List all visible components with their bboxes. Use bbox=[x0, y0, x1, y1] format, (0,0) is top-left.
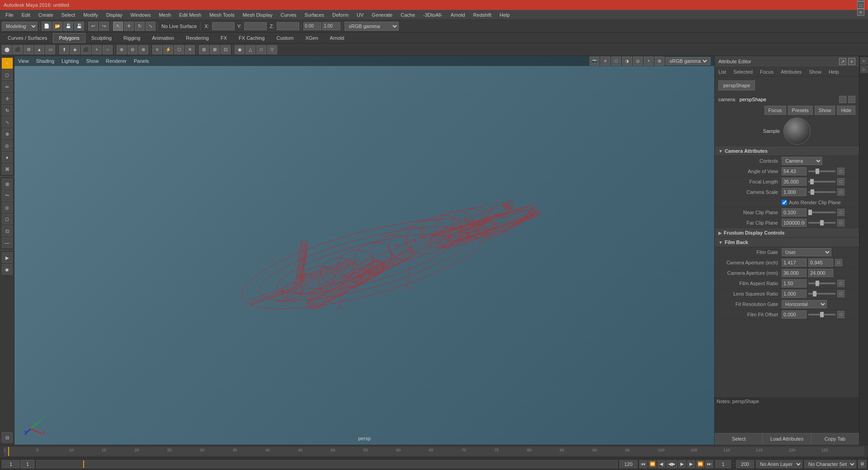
fit-resolution-dropdown[interactable]: Horizontal Vertical Fill Overscan bbox=[782, 300, 827, 308]
select-tool-button[interactable]: ↖ bbox=[113, 22, 123, 31]
menu-file[interactable]: File bbox=[2, 11, 17, 19]
bevel-btn[interactable]: ◈ bbox=[70, 45, 80, 54]
camera-check-2[interactable] bbox=[848, 96, 855, 103]
weld-btn[interactable]: ⊠ bbox=[210, 45, 220, 54]
camera-scale-slider[interactable] bbox=[808, 191, 835, 193]
scale-tool-button[interactable]: ⤡ bbox=[146, 22, 156, 31]
camera-check-1[interactable] bbox=[839, 96, 846, 103]
workspace-dropdown[interactable]: Modeling Rigging Animation bbox=[2, 22, 38, 31]
x-coord-input[interactable] bbox=[212, 22, 235, 30]
prev-key-button[interactable]: ⏪ bbox=[648, 460, 656, 468]
merge-btn[interactable]: ⊞ bbox=[199, 45, 209, 54]
tab-rigging[interactable]: Rigging bbox=[118, 33, 146, 43]
select-bottom-button[interactable]: Select bbox=[715, 433, 763, 445]
menu-mesh-display[interactable]: Mesh Display bbox=[239, 11, 276, 19]
vp-grid-btn[interactable]: # bbox=[600, 56, 610, 66]
scale-tool[interactable]: ⤡ bbox=[2, 117, 13, 127]
combine-btn[interactable]: ⊕ bbox=[117, 45, 127, 54]
offset-edge-btn[interactable]: ⬡ bbox=[174, 45, 184, 54]
open-file-button[interactable]: 📂 bbox=[52, 22, 62, 31]
maximize-button[interactable]: □ bbox=[857, 1, 864, 9]
poly-cone-btn[interactable]: ▲ bbox=[34, 45, 44, 54]
film-gate-dropdown[interactable]: User 16mm Theatrical Super 16mm 35mm Aca… bbox=[782, 248, 831, 256]
menu-edit-mesh[interactable]: Edit Mesh bbox=[175, 11, 205, 19]
tab-arnold[interactable]: Arnold bbox=[324, 33, 350, 43]
lens-squeeze-expand[interactable]: □ bbox=[837, 290, 844, 297]
close-button[interactable]: × bbox=[857, 9, 864, 16]
delete-edge-btn[interactable]: ✕ bbox=[185, 45, 195, 54]
auto-render-checkbox[interactable] bbox=[782, 200, 787, 205]
controls-dropdown[interactable]: Camera bbox=[782, 157, 822, 165]
quick-layout[interactable]: ⊟ bbox=[2, 432, 13, 443]
menu-mesh-tools[interactable]: Mesh Tools bbox=[206, 11, 238, 19]
save-file-button[interactable]: 💾 bbox=[63, 22, 73, 31]
value1-input[interactable] bbox=[303, 22, 321, 30]
rightmost-btn-2[interactable]: ▷ bbox=[860, 66, 868, 73]
universal-manip[interactable]: ⊕ bbox=[2, 128, 13, 139]
lens-squeeze-slider[interactable] bbox=[808, 293, 835, 295]
soft-mod[interactable]: ◎ bbox=[2, 140, 13, 151]
menu-modify[interactable]: Modify bbox=[80, 11, 101, 19]
poly-cylinder-btn[interactable]: ⚙ bbox=[24, 45, 33, 54]
film-fit-offset-input[interactable] bbox=[782, 310, 807, 319]
poly-cube-btn[interactable]: ⬛ bbox=[13, 45, 23, 54]
menu-edit[interactable]: Edit bbox=[18, 11, 34, 19]
film-fit-offset-slider[interactable] bbox=[808, 314, 835, 315]
separate-btn[interactable]: ⊖ bbox=[127, 45, 137, 54]
menu-windows[interactable]: Windows bbox=[127, 11, 155, 19]
film-fit-offset-expand[interactable]: □ bbox=[837, 311, 844, 318]
rightmost-btn-1[interactable]: ≡ bbox=[860, 57, 868, 65]
tab-xgen[interactable]: XGen bbox=[299, 33, 324, 43]
select-tool[interactable]: ↖ bbox=[2, 58, 13, 69]
insert-edge-btn[interactable]: ≡ bbox=[152, 45, 162, 54]
tab-sculpting[interactable]: Sculpting bbox=[85, 33, 118, 43]
frustum-section-header[interactable]: ▶ Frustum Display Controls bbox=[715, 228, 859, 238]
poly-sphere-btn[interactable]: ⬤ bbox=[2, 45, 12, 54]
play-forward-button[interactable]: ▶ bbox=[678, 460, 686, 468]
aperture-mm-h-input[interactable] bbox=[782, 269, 807, 277]
near-clip-slider[interactable] bbox=[808, 212, 835, 213]
menu-deform[interactable]: Deform bbox=[329, 11, 352, 19]
vp-xray-btn[interactable]: ◎ bbox=[633, 56, 643, 66]
snap-grid[interactable]: ⊞ bbox=[2, 179, 13, 189]
rotate-tool-button[interactable]: ↻ bbox=[135, 22, 145, 31]
go-end-button[interactable]: ⏭ bbox=[705, 460, 713, 468]
lens-squeeze-input[interactable] bbox=[782, 290, 807, 298]
snap-view[interactable]: ⊡ bbox=[2, 226, 13, 236]
menu-generate[interactable]: Generate bbox=[368, 11, 396, 19]
save-as-button[interactable]: 💾 bbox=[74, 22, 84, 31]
vp-resolution-gate-btn[interactable]: ⊞ bbox=[655, 56, 665, 66]
tab-polygons[interactable]: Polygons bbox=[53, 33, 85, 43]
far-clip-input[interactable] bbox=[782, 219, 807, 227]
menu-redshift[interactable]: Redshift bbox=[470, 11, 495, 19]
quadrangulate-btn[interactable]: □ bbox=[256, 45, 266, 54]
angle-of-view-expand[interactable]: □ bbox=[837, 168, 844, 175]
ae-close-btn[interactable]: × bbox=[848, 58, 855, 65]
film-aspect-expand[interactable]: □ bbox=[837, 280, 844, 287]
snap-point[interactable]: ◎ bbox=[2, 202, 13, 213]
film-back-section-header[interactable]: ▼ Film Back bbox=[715, 238, 859, 247]
presets-button[interactable]: Presets bbox=[788, 106, 813, 115]
far-clip-expand[interactable]: □ bbox=[837, 219, 844, 226]
vp-menu-shading[interactable]: Shading bbox=[36, 58, 54, 64]
vp-menu-view[interactable]: View bbox=[18, 58, 29, 64]
current-frame-input[interactable] bbox=[21, 460, 34, 468]
vp-camera-btn[interactable]: 📷 bbox=[590, 56, 599, 66]
near-clip-input[interactable] bbox=[782, 208, 807, 216]
near-clip-expand[interactable]: □ bbox=[837, 209, 844, 216]
ae-float-btn[interactable]: ↗ bbox=[839, 58, 846, 65]
menu-mesh[interactable]: Mesh bbox=[155, 11, 175, 19]
start-frame-input[interactable] bbox=[2, 460, 20, 468]
vp-shaded-btn[interactable]: ◑ bbox=[622, 56, 632, 66]
timeline-ruler[interactable]: 1 5 10 15 20 25 30 35 40 45 50 55 60 65 … bbox=[4, 447, 864, 456]
tab-animation[interactable]: Animation bbox=[146, 33, 180, 43]
menu-uv[interactable]: UV bbox=[353, 11, 367, 19]
split-edge-btn[interactable]: ⚡ bbox=[163, 45, 173, 54]
undo-button[interactable]: ↩ bbox=[88, 22, 98, 31]
tab-custom[interactable]: Custom bbox=[271, 33, 300, 43]
ae-tab-selected[interactable]: Selected bbox=[731, 68, 755, 75]
vp-isolate-btn[interactable]: ⚬ bbox=[644, 56, 654, 66]
new-file-button[interactable]: 📄 bbox=[42, 22, 52, 31]
angle-of-view-input[interactable] bbox=[782, 167, 807, 175]
ae-tab-list[interactable]: List bbox=[717, 68, 728, 75]
